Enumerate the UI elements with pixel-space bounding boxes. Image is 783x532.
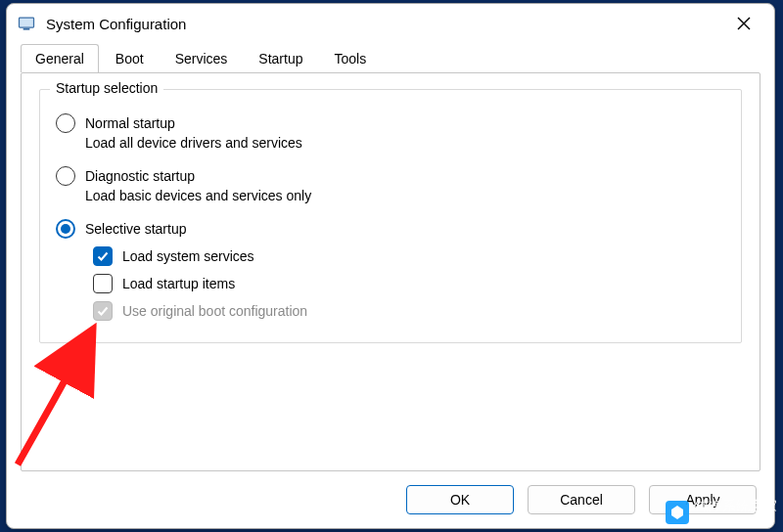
checkbox-icon (93, 274, 113, 293)
tab-tools[interactable]: Tools (319, 44, 381, 72)
groupbox-startup-selection: Startup selection Normal startup Load al… (39, 89, 742, 343)
tabpanel-general: Startup selection Normal startup Load al… (21, 72, 760, 471)
radio-label: Diagnostic startup (85, 168, 195, 184)
desc-diagnostic: Load basic devices and services only (85, 188, 727, 203)
tab-services[interactable]: Services (161, 44, 243, 72)
radio-icon (56, 219, 75, 239)
close-button[interactable] (721, 6, 766, 41)
dialog-button-row: OK Cancel Apply (7, 481, 774, 528)
tab-general[interactable]: General (21, 44, 99, 72)
radio-normal-startup[interactable]: Normal startup (56, 113, 727, 133)
check-label: Use original boot configuration (122, 303, 307, 319)
check-label: Load startup items (122, 276, 235, 291)
tab-startup[interactable]: Startup (244, 44, 317, 72)
watermark-text: 纯净系统之家 www.ycwjzy.com (695, 498, 777, 526)
radio-label: Normal startup (85, 115, 175, 131)
watermark: 纯净系统之家 www.ycwjzy.com (666, 498, 777, 526)
svg-rect-1 (23, 28, 30, 30)
check-label: Load system services (122, 248, 254, 264)
window-title: System Configuration (46, 16, 186, 32)
radio-label: Selective startup (85, 221, 187, 237)
cancel-button[interactable]: Cancel (528, 485, 635, 514)
checkbox-icon (93, 246, 113, 266)
radio-selective-startup[interactable]: Selective startup (56, 219, 727, 239)
titlebar: System Configuration (7, 4, 774, 43)
ok-button[interactable]: OK (406, 485, 514, 514)
tab-boot[interactable]: Boot (101, 44, 159, 72)
watermark-icon (666, 501, 689, 524)
svg-rect-0 (20, 18, 34, 27)
radio-icon (56, 113, 75, 133)
check-load-system-services[interactable]: Load system services (93, 246, 727, 266)
close-icon (737, 17, 751, 30)
radio-icon (56, 166, 75, 186)
msconfig-window: System Configuration General Boot Servic… (6, 3, 775, 529)
checkbox-icon (93, 301, 113, 321)
desc-normal: Load all device drivers and services (85, 135, 727, 151)
groupbox-title: Startup selection (50, 80, 163, 96)
app-icon (17, 14, 36, 33)
check-use-original-boot: Use original boot configuration (93, 301, 727, 321)
check-load-startup-items[interactable]: Load startup items (93, 274, 727, 293)
radio-diagnostic-startup[interactable]: Diagnostic startup (56, 166, 727, 186)
selective-sub-options: Load system services Load startup items … (93, 246, 727, 321)
tabstrip: General Boot Services Startup Tools (7, 43, 774, 72)
